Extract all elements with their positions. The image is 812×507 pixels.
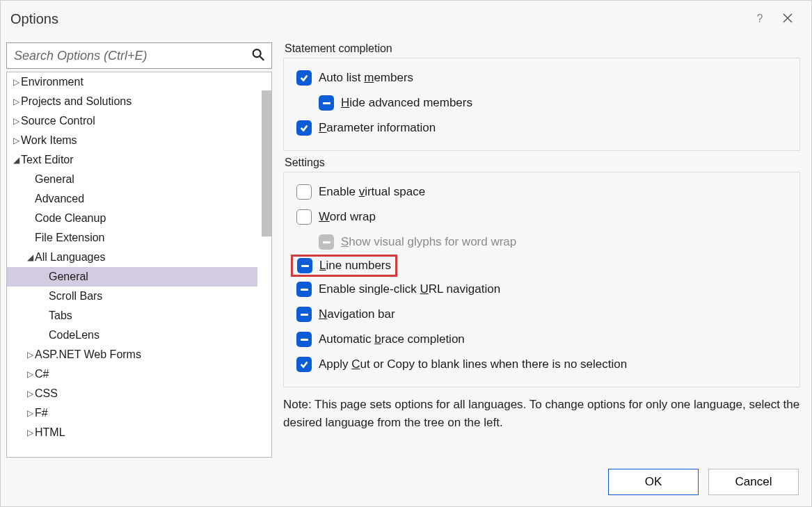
tree-item[interactable]: ▷Scroll Bars — [7, 287, 271, 306]
cancel-button[interactable]: Cancel — [708, 469, 799, 495]
tree-expanded-icon: ◢ — [11, 150, 21, 170]
ok-button[interactable]: OK — [608, 469, 699, 495]
option-label: Navigation bar — [319, 307, 395, 321]
checkbox[interactable] — [296, 184, 312, 200]
tree-collapsed-icon: ▷ — [11, 72, 21, 92]
tree-item-label: Source Control — [21, 111, 95, 131]
tree-item[interactable]: ▷Environment — [7, 72, 271, 92]
settings-group: Enable virtual spaceWord wrapShow visual… — [283, 172, 800, 387]
checkbox[interactable] — [297, 258, 312, 273]
tree-item-label: Code Cleanup — [35, 209, 106, 228]
tree-item[interactable]: ▷Code Cleanup — [7, 209, 271, 228]
tree-item-label: CSS — [35, 384, 58, 403]
tree-item[interactable]: ▷CSS — [7, 384, 271, 403]
checkbox[interactable] — [296, 282, 312, 297]
tree-item[interactable]: ▷Tabs — [7, 306, 271, 325]
tree-collapsed-icon: ▷ — [11, 131, 21, 150]
checkbox[interactable] — [296, 332, 312, 347]
tree-item[interactable]: ▷Projects and Solutions — [7, 92, 271, 111]
tree-expanded-icon: ◢ — [25, 248, 35, 267]
search-input[interactable] — [7, 43, 271, 68]
tree-item-label: C# — [35, 364, 49, 384]
tree-item[interactable]: ▷General — [7, 170, 271, 189]
options-dialog: Options ? ▷Environment▷Projects and Solu… — [0, 0, 812, 507]
option-label: Hide advanced members — [341, 96, 472, 110]
close-icon — [782, 13, 793, 24]
note-text: Note: This page sets options for all lan… — [283, 396, 800, 431]
checkbox[interactable] — [319, 95, 334, 111]
tree-item-label: HTML — [35, 423, 65, 442]
statement-completion-group: Auto list membersHide advanced membersPa… — [283, 58, 800, 151]
option-single-click-url: Enable single-click URL navigation — [291, 277, 793, 302]
tree-item-label: ASP.NET Web Forms — [35, 345, 141, 364]
option-auto-list-members: Auto list members — [291, 65, 793, 90]
tree-item-label: F# — [35, 403, 48, 423]
tree-collapsed-icon: ▷ — [25, 384, 35, 403]
tree-scrollbar[interactable] — [262, 90, 271, 236]
tree-item[interactable]: ▷Work Items — [7, 131, 271, 150]
option-parameter-information: Parameter information — [291, 115, 793, 140]
tree-item-label: Environment — [21, 72, 83, 92]
group-title-settings: Settings — [282, 156, 328, 169]
option-show-visual-glyphs: Show visual glyphs for word wrap — [291, 230, 793, 255]
tree-item-label: CodeLens — [49, 325, 99, 345]
option-label: Enable single-click URL navigation — [319, 282, 500, 296]
checkbox[interactable] — [296, 120, 312, 136]
option-label: Enable virtual space — [319, 185, 425, 199]
tree-item[interactable]: ▷HTML — [7, 423, 271, 442]
checkbox[interactable] — [296, 307, 312, 322]
search-icon — [250, 47, 266, 65]
tree-item[interactable]: ▷File Extension — [7, 228, 271, 248]
tree-item[interactable]: ◢All Languages — [7, 248, 271, 267]
tree-collapsed-icon: ▷ — [25, 345, 35, 364]
tree-item-label: File Extension — [35, 228, 105, 248]
tree-collapsed-icon: ▷ — [11, 92, 21, 111]
tree-item[interactable]: ▷Source Control — [7, 111, 271, 131]
tree-item[interactable]: ▷C# — [7, 364, 271, 384]
svg-line-3 — [260, 56, 264, 61]
checkbox[interactable] — [296, 357, 312, 372]
option-label: Show visual glyphs for word wrap — [341, 235, 516, 249]
tree-item[interactable]: ▷ASP.NET Web Forms — [7, 345, 271, 364]
option-line-numbers: Line numbers — [291, 255, 397, 277]
tree-item-label: Text Editor — [21, 150, 74, 170]
tree-item[interactable]: ◢Text Editor — [7, 150, 271, 170]
option-label: Parameter information — [319, 121, 436, 135]
option-enable-virtual-space: Enable virtual space — [291, 179, 793, 204]
tree-collapsed-icon: ▷ — [25, 423, 35, 442]
checkbox[interactable] — [296, 70, 312, 86]
option-navigation-bar: Navigation bar — [291, 302, 793, 327]
group-title-statement-completion: Statement completion — [282, 42, 395, 55]
option-brace-completion: Automatic brace completion — [291, 327, 793, 352]
tree-collapsed-icon: ▷ — [25, 364, 35, 384]
svg-point-2 — [253, 49, 261, 57]
tree-item[interactable]: ▷F# — [7, 403, 271, 423]
option-label: Word wrap — [319, 210, 376, 224]
titlebar: Options ? — [1, 1, 811, 37]
search-box[interactable] — [6, 42, 272, 69]
dialog-title: Options — [10, 11, 58, 27]
tree-item-label: General — [35, 170, 74, 189]
option-label: Auto list members — [319, 71, 413, 85]
option-label: Automatic brace completion — [319, 332, 465, 346]
tree-item[interactable]: ▷CodeLens — [7, 325, 271, 345]
tree-collapsed-icon: ▷ — [25, 403, 35, 423]
tree-item-label: Projects and Solutions — [21, 92, 132, 111]
tree-item-label: Scroll Bars — [49, 287, 102, 306]
option-cut-copy-blank: Apply Cut or Copy to blank lines when th… — [291, 352, 793, 377]
close-button[interactable] — [774, 11, 802, 27]
options-tree[interactable]: ▷Environment▷Projects and Solutions▷Sour… — [6, 72, 272, 458]
tree-item[interactable]: ▷General — [7, 267, 271, 287]
checkbox[interactable] — [296, 209, 312, 225]
option-label: Apply Cut or Copy to blank lines when th… — [319, 357, 627, 371]
checkbox — [319, 234, 334, 250]
tree-item-label: General — [49, 267, 88, 287]
option-label: Line numbers — [319, 259, 391, 273]
tree-item-label: Tabs — [49, 306, 72, 325]
tree-item[interactable]: ▷Advanced — [7, 189, 271, 209]
help-button[interactable]: ? — [746, 13, 774, 25]
option-word-wrap: Word wrap — [291, 204, 793, 230]
tree-item-label: Advanced — [35, 189, 84, 209]
tree-item-label: Work Items — [21, 131, 77, 150]
option-hide-advanced-members: Hide advanced members — [291, 90, 793, 115]
